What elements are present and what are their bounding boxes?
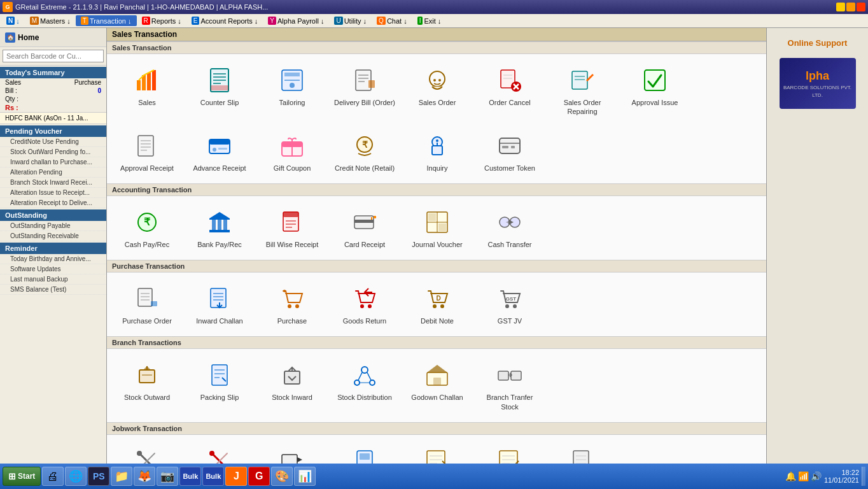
icon-alteration-issue[interactable]: Alteration Issue [112,440,182,464]
minimize-btn[interactable] [836,3,845,11]
svg-rect-74 [438,223,446,231]
icon-job-receipt[interactable]: Job Receipt [547,440,617,464]
purchase-section-header: Purchase Transaction [107,260,766,273]
pending-creditnote[interactable]: CreditNote Use Pending [0,137,106,147]
windows-icon: ⊞ [8,471,16,481]
menu-item-chat[interactable]: Q Chat ↓ [372,15,412,26]
start-button[interactable]: ⊞ Start [3,467,41,486]
taskbar-paint[interactable]: 🎨 [271,467,293,486]
icon-gst-jv[interactable]: GST GST JV [475,278,545,331]
pending-inward-challan[interactable]: Inward challan to Purchase... [0,157,106,167]
pending-stock-outward[interactable]: Stock OutWard Pending fo... [0,147,106,157]
icon-delivery-memo[interactable]: Delivery Memo [257,440,327,464]
menu-icon-utility: U [334,17,342,25]
outstanding-receivable[interactable]: OutStanding Receivable [0,231,106,241]
taskbar-camera[interactable]: 📷 [157,467,178,486]
icon-cash-transfer[interactable]: Cash Transfer [475,201,545,255]
reminder-birthday[interactable]: Today Birthday and Annive... [0,254,106,264]
outstanding-payable[interactable]: OutStanding Payable [0,221,106,231]
icon-approval-receipt[interactable]: Approval Receipt [112,125,182,178]
summary-bill-row: Bill : 0 [0,87,106,95]
menu-item-masters[interactable]: M Masters ↓ [25,15,76,26]
icon-stock-outward[interactable]: Stock Outward [112,354,182,417]
menu-item-reports[interactable]: R Reports ↓ [137,15,186,26]
icon-tailoring[interactable]: Tailoring [257,59,327,122]
menu-item-payroll[interactable]: Y Alpha Payroll ↓ [263,15,329,26]
menu-item-exit[interactable]: I Exit ↓ [412,15,447,26]
branch-icons-grid: Stock Outward Packing Slip Stock Inward [107,349,766,422]
home-tab[interactable]: 🏠 Home [0,28,106,47]
svg-rect-52 [502,146,508,148]
taskbar-j[interactable]: J [225,467,247,486]
icon-unfinish-job-receipt[interactable]: Un Finish Job Receipt [402,440,472,464]
pending-alteration-issue[interactable]: Alteration Issue to Receipt... [0,188,106,198]
icon-job-issue[interactable]: Job Issue [330,440,400,464]
icon-inquiry[interactable]: Inquiry [402,125,472,178]
taskbar-bulk2[interactable]: Bulk [202,467,224,486]
menu-icon-reports: R [142,17,150,25]
menu-item-transaction[interactable]: T Transaction ↓ [76,15,137,26]
icon-order-cancel[interactable]: Order Cancel [475,59,545,122]
taskbar-chrome[interactable]: 🌐 [65,467,87,486]
menu-item-utility[interactable]: U Utility ↓ [329,15,372,26]
svg-rect-126 [282,455,297,464]
pending-branch-stock[interactable]: Branch Stock Inward Recei... [0,178,106,188]
svg-rect-141 [573,451,589,464]
svg-point-86 [288,304,291,308]
icon-sales[interactable]: Sales [112,59,182,122]
reminder-sms[interactable]: SMS Balance (Test) [0,285,106,295]
icon-customer-token[interactable]: Customer Token [475,125,545,178]
taskbar-terminal[interactable]: PS [88,467,109,486]
taskbar-explorer[interactable]: 📁 [111,467,132,486]
icon-godown-challan[interactable]: Godown Challan [402,354,472,417]
qty-label: Qty : [5,96,18,103]
search-barcode-input[interactable] [3,50,104,62]
menu-item-account-reports[interactable]: E Account Reports ↓ [186,15,263,26]
summary-purchase-label: Purchase [74,79,101,86]
icon-advance-receipt[interactable]: Advance Receipt [185,125,255,178]
icon-purchase-order[interactable]: Purchase Order [112,278,182,331]
icon-branch-transfer-stock[interactable]: Branch Tranfer Stock [475,354,545,417]
icon-stock-distribution[interactable]: Stock Distribution [330,354,400,417]
pending-alteration[interactable]: Alteration Pending [0,167,106,178]
icon-sales-order[interactable]: Sales Order [402,59,472,122]
icon-sales-order-repairing[interactable]: Sales Order Repairing [547,59,617,122]
menu-item-n[interactable]: N ↓ [1,15,25,26]
icon-counter-slip[interactable]: Counter Slip [185,59,255,122]
svg-rect-69 [374,216,376,218]
icon-bank-pay-rec[interactable]: Bank Pay/Rec [185,201,255,255]
taskbar-chart[interactable]: 📊 [294,467,316,486]
taskbar-firefox[interactable]: 🦊 [134,467,155,486]
icon-gift-coupon[interactable]: Gift Coupon [257,125,327,178]
icon-credit-note[interactable]: ₹ Credit Note (Retail) [330,125,400,178]
svg-point-20 [433,79,436,82]
svg-point-87 [295,304,299,308]
icon-goods-return[interactable]: Goods Return [330,278,400,331]
icon-journal-voucher[interactable]: Journal Voucher [402,201,472,255]
icon-cash-pay-rec[interactable]: ₹ Cash Pay/Rec [112,201,182,255]
pending-alteration-receipt[interactable]: Alteration Receipt to Delive... [0,198,106,208]
icon-unfinish-job-issue[interactable]: Un Finish Job Issue [475,440,545,464]
icon-purchase[interactable]: Purchase [257,278,327,331]
show-desktop-btn[interactable] [862,467,865,486]
icon-alteration-receipt[interactable]: Alteration Receipt [185,440,255,464]
icon-card-receipt[interactable]: Card Receipt [330,201,400,255]
icon-delivery-bill[interactable]: Delivery Bill (Order) [330,59,400,122]
taskbar-g[interactable]: G [248,467,270,486]
svg-text:GST: GST [506,296,517,302]
maximize-btn[interactable] [846,3,855,11]
icon-stock-inward[interactable]: Stock Inward [257,354,327,417]
reminder-backup[interactable]: Last manual Backup [0,274,106,285]
icon-approval-issue[interactable]: Approval Issue [620,59,690,122]
icon-debit-note[interactable]: D Debit Note [402,278,472,331]
close-btn[interactable] [857,3,865,11]
icon-inward-challan[interactable]: Inward Challan [185,278,255,331]
reminder-software-updates[interactable]: Software Updates [0,264,106,274]
icon-packing-slip[interactable]: Packing Slip [185,354,255,417]
icon-bill-wise-receipt[interactable]: Bill Wise Receipt [257,201,327,255]
taskbar-bulk1[interactable]: Bulk [179,467,201,486]
taskbar-printer[interactable]: 🖨 [42,467,64,486]
outstanding-section: OutStanding [0,209,106,221]
online-support-label[interactable]: Online Support [788,38,848,48]
menu-icon-payroll: Y [268,17,276,25]
